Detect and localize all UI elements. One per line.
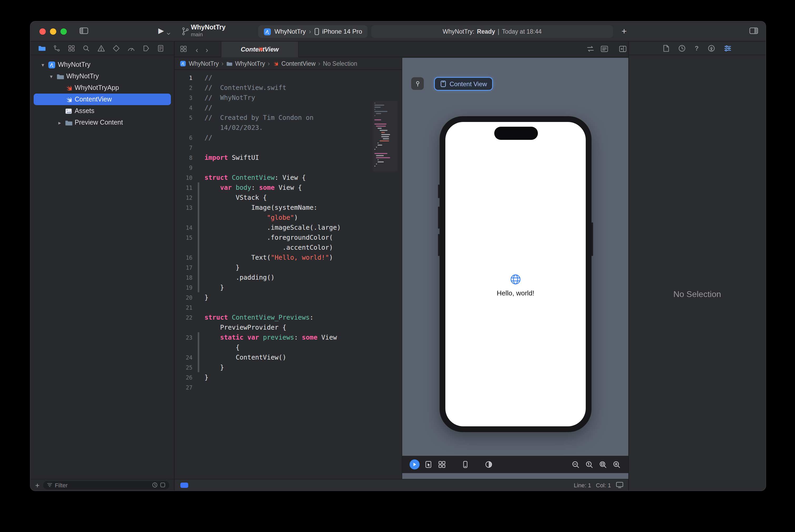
- disclosure-triangle-icon[interactable]: ▸: [57, 119, 62, 126]
- run-options-chevron-icon[interactable]: [167, 33, 170, 35]
- history-inspector-icon[interactable]: [679, 44, 686, 52]
- code-line[interactable]: PreviewProvider {: [205, 324, 286, 331]
- debug-navigator-icon[interactable]: [127, 45, 135, 52]
- code-line[interactable]: "globe"): [205, 214, 298, 221]
- add-editor-icon[interactable]: [619, 45, 627, 53]
- code-line[interactable]: import SwiftUI: [205, 154, 259, 161]
- project-navigator-icon[interactable]: [38, 44, 46, 52]
- jump-item-selection[interactable]: No Selection: [323, 60, 357, 67]
- code-line[interactable]: static var previews: some View: [205, 334, 337, 341]
- sidebar-item-contentview[interactable]: ContentView: [34, 94, 171, 105]
- run-destination-selector[interactable]: WhyNotTry › iPhone 14 Pro: [258, 25, 367, 38]
- sidebar-item-whynottry[interactable]: ▾WhyNotTry: [34, 59, 171, 71]
- filter-field[interactable]: Filter: [43, 481, 169, 489]
- forward-button[interactable]: ›: [206, 45, 208, 54]
- iphone-preview[interactable]: Hello, world!: [439, 116, 591, 432]
- pin-preview-button[interactable]: [411, 77, 424, 90]
- jump-item-file[interactable]: ContentView: [281, 60, 316, 67]
- jump-item-group[interactable]: WhyNotTry: [235, 60, 265, 67]
- code-line[interactable]: //: [205, 134, 212, 141]
- breakpoint-navigator-icon[interactable]: [143, 44, 150, 52]
- disclosure-triangle-icon[interactable]: ▾: [49, 73, 54, 79]
- test-navigator-icon[interactable]: [113, 44, 120, 52]
- code-review-icon[interactable]: [586, 45, 595, 53]
- sidebar-item-whynottryapp[interactable]: WhyNotTryApp: [34, 82, 171, 94]
- zoom-button[interactable]: [60, 28, 67, 35]
- add-file-button[interactable]: +: [35, 481, 39, 489]
- accessibility-inspector-icon[interactable]: [707, 44, 715, 52]
- live-preview-button[interactable]: [410, 459, 420, 470]
- code-line[interactable]: // Created by Tim Condon on: [205, 114, 314, 121]
- file-inspector-icon[interactable]: [663, 44, 669, 52]
- back-button[interactable]: ‹: [195, 45, 198, 54]
- inspector-divider[interactable]: [628, 22, 629, 491]
- code-line[interactable]: 14/02/2023.: [205, 124, 263, 131]
- line-number: 2: [174, 84, 198, 91]
- code-line[interactable]: // WhyNotTry: [205, 94, 255, 101]
- inspector-toggle-icon[interactable]: [749, 27, 758, 35]
- minimize-button[interactable]: [50, 28, 56, 35]
- jump-item-project[interactable]: WhyNotTry: [189, 60, 219, 67]
- recent-files-clock-icon[interactable]: [152, 482, 158, 488]
- scheme-selector[interactable]: WhyNotTry main: [191, 24, 226, 38]
- sidebar-item-assets[interactable]: Assets: [34, 105, 171, 117]
- line-number: 18: [174, 274, 198, 281]
- zoom-actual-size-button[interactable]: [585, 460, 594, 469]
- editor-options-icon[interactable]: [601, 45, 608, 53]
- find-navigator-icon[interactable]: [82, 44, 90, 52]
- close-button[interactable]: [39, 28, 46, 35]
- device-settings-button[interactable]: [462, 460, 469, 469]
- color-scheme-button[interactable]: [485, 460, 493, 469]
- code-line[interactable]: //: [205, 104, 212, 111]
- tab-contentview[interactable]: ContentView: [221, 41, 299, 57]
- code-line[interactable]: }: [205, 374, 208, 381]
- attributes-inspector-icon[interactable]: [724, 44, 731, 52]
- issue-navigator-icon[interactable]: [97, 44, 105, 52]
- code-line[interactable]: }: [205, 293, 208, 301]
- code-row: 12 VStack {: [174, 192, 402, 203]
- quick-help-inspector-icon[interactable]: ?: [695, 44, 699, 52]
- minimap[interactable]: [373, 101, 398, 171]
- code-line[interactable]: .foregroundColor(: [205, 234, 333, 241]
- sidebar-divider[interactable]: [174, 22, 174, 491]
- related-items-icon[interactable]: [180, 45, 187, 53]
- symbol-navigator-icon[interactable]: [68, 44, 75, 52]
- sidebar-item-whynottry[interactable]: ▾WhyNotTry: [34, 71, 171, 82]
- run-button[interactable]: ▶: [158, 26, 164, 35]
- code-line[interactable]: struct ContentView: View {: [205, 174, 306, 181]
- source-control-navigator-icon[interactable]: [53, 44, 60, 52]
- code-line[interactable]: {: [205, 344, 240, 351]
- source-editor[interactable]: 1//2// ContentView.swift3// WhyNotTry4//…: [174, 71, 402, 479]
- code-line[interactable]: ContentView(): [205, 354, 286, 361]
- code-line[interactable]: .imageScale(.large): [205, 224, 341, 231]
- code-line[interactable]: // ContentView.swift: [205, 84, 286, 91]
- code-line[interactable]: Text("Hello, world!"): [205, 254, 333, 261]
- code-row: 21: [174, 302, 402, 312]
- zoom-out-button[interactable]: [571, 460, 580, 469]
- selectable-preview-button[interactable]: [425, 460, 433, 469]
- sidebar-item-preview-content[interactable]: ▸Preview Content: [34, 117, 171, 128]
- code-line[interactable]: Image(systemName:: [205, 204, 317, 211]
- code-line[interactable]: }: [205, 284, 224, 291]
- library-add-button[interactable]: +: [618, 26, 630, 37]
- zoom-to-fit-button[interactable]: [599, 460, 607, 469]
- sidebar-toggle-icon[interactable]: [79, 27, 88, 35]
- preview-chip[interactable]: Content View: [435, 78, 492, 90]
- breakpoint-indicator[interactable]: [181, 482, 188, 488]
- code-line[interactable]: var body: some View {: [205, 184, 302, 191]
- source-control-status-icon[interactable]: [160, 482, 166, 488]
- preview-variants-button[interactable]: [438, 460, 446, 469]
- editor-display-icon[interactable]: [616, 481, 624, 488]
- code-line[interactable]: VStack {: [205, 194, 267, 201]
- code-line[interactable]: struct ContentView_Previews:: [205, 314, 314, 321]
- code-line[interactable]: .padding(): [205, 273, 275, 281]
- minimap-line: [374, 134, 396, 135]
- code-line[interactable]: }: [205, 264, 240, 271]
- code-line[interactable]: }: [205, 363, 224, 371]
- report-navigator-icon[interactable]: [157, 44, 164, 52]
- fold-ribbon: [198, 142, 199, 152]
- code-line[interactable]: //: [205, 74, 212, 81]
- code-line[interactable]: .accentColor): [205, 244, 333, 251]
- disclosure-triangle-icon[interactable]: ▾: [40, 62, 46, 68]
- zoom-in-button[interactable]: [612, 460, 621, 469]
